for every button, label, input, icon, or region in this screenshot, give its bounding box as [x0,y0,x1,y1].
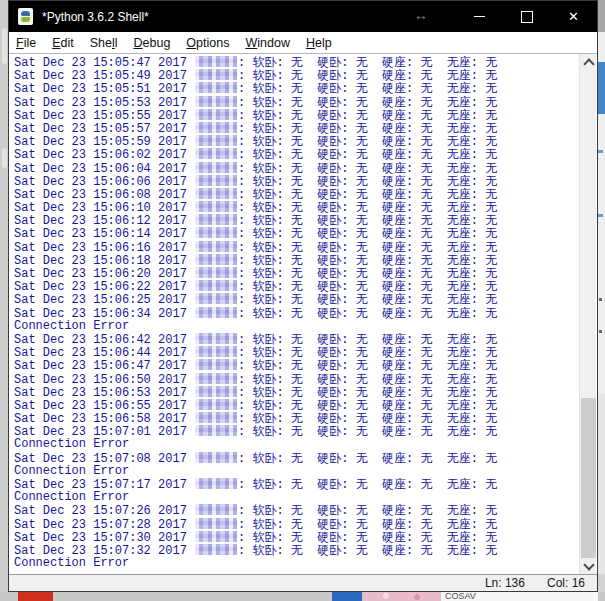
shell-line-connection-error: Connection Error [14,465,580,478]
censored-train-number [195,254,237,265]
timestamp: Sat Dec 23 15:05:53 2017 [14,96,194,110]
minimize-icon [474,16,485,17]
shell-line-query-result: Sat Dec 23 15:06:16 2017 : 软卧: 无 硬卧: 无 硬… [14,241,580,254]
seat-availability-text: : 软卧: 无 硬卧: 无 硬座: 无 无座: 无 [238,227,497,241]
scroll-up-button[interactable] [580,54,597,71]
censored-train-number [195,399,237,410]
censored-train-number [195,373,237,384]
background-left-notch [2,28,7,64]
seat-availability-text: : 软卧: 无 硬卧: 无 硬座: 无 无座: 无 [238,544,497,558]
shell-line-query-result: Sat Dec 23 15:05:47 2017 : 软卧: 无 硬卧: 无 硬… [14,56,580,69]
shell-line-query-result: Sat Dec 23 15:06:22 2017 : 软卧: 无 硬卧: 无 硬… [14,280,580,293]
menu-file[interactable]: File [9,36,44,50]
menu-window[interactable]: Window [237,36,297,50]
timestamp: Sat Dec 23 15:07:26 2017 [14,504,194,518]
shell-line-query-result: Sat Dec 23 15:06:55 2017 : 软卧: 无 硬卧: 无 硬… [14,399,580,412]
shell-line-query-result: Sat Dec 23 15:06:25 2017 : 软卧: 无 硬卧: 无 硬… [14,293,580,306]
background-right-dot [599,330,602,333]
seat-availability-text: : 软卧: 无 硬卧: 无 硬座: 无 无座: 无 [238,452,497,466]
censored-train-number [195,359,237,370]
censored-train-number [195,56,237,67]
seat-availability-text: : 软卧: 无 硬卧: 无 硬座: 无 无座: 无 [238,293,497,307]
censored-train-number [195,267,237,278]
censored-train-number [195,478,237,489]
shell-line-query-result: Sat Dec 23 15:06:18 2017 : 软卧: 无 硬卧: 无 硬… [14,254,580,267]
timestamp: Sat Dec 23 15:07:28 2017 [14,518,194,532]
shell-line-query-result: Sat Dec 23 15:05:51 2017 : 软卧: 无 硬卧: 无 硬… [14,82,580,95]
background-right-dash [598,150,603,153]
shell-line-query-result: Sat Dec 23 15:06:06 2017 : 软卧: 无 硬卧: 无 硬… [14,175,580,188]
shell-line-query-result: Sat Dec 23 15:06:12 2017 : 软卧: 无 硬卧: 无 硬… [14,214,580,227]
close-icon: ✕ [568,10,579,23]
status-bar: Ln: 136 Col: 16 [9,574,597,591]
timestamp: Sat Dec 23 15:06:06 2017 [14,175,194,189]
menu-options[interactable]: Options [178,36,237,50]
background-window-text: COSAV [441,592,598,601]
timestamp: Sat Dec 23 15:07:30 2017 [14,531,194,545]
seat-availability-text: : 软卧: 无 硬卧: 无 硬座: 无 无座: 无 [238,175,497,189]
chevron-up-icon [583,58,594,69]
censored-train-number [195,227,237,238]
background-window-right-edge [598,0,605,601]
idle-app-icon [18,8,33,25]
seat-availability-text: : 软卧: 无 硬卧: 无 硬座: 无 无座: 无 [238,254,497,268]
censored-train-number [195,122,237,133]
seat-availability-text: : 软卧: 无 硬卧: 无 硬座: 无 无座: 无 [238,162,497,176]
censored-train-number [195,504,237,515]
seat-availability-text: : 软卧: 无 硬卧: 无 硬座: 无 无座: 无 [238,386,497,400]
menu-debug[interactable]: Debug [126,36,179,50]
censored-train-number [195,96,237,107]
shell-line-query-result: Sat Dec 23 15:06:44 2017 : 软卧: 无 硬卧: 无 硬… [14,346,580,359]
menu-help[interactable]: Help [298,36,340,50]
timestamp: Sat Dec 23 15:06:53 2017 [14,386,194,400]
shell-line-query-result: Sat Dec 23 15:07:28 2017 : 软卧: 无 硬卧: 无 硬… [14,518,580,531]
censored-train-number [195,162,237,173]
shell-line-query-result: Sat Dec 23 15:05:55 2017 : 软卧: 无 硬卧: 无 硬… [14,109,580,122]
scroll-down-button[interactable] [580,558,597,575]
seat-availability-text: : 软卧: 无 硬卧: 无 硬座: 无 无座: 无 [238,109,497,123]
timestamp: Sat Dec 23 15:06:08 2017 [14,188,194,202]
seat-availability-text: : 软卧: 无 硬卧: 无 硬座: 无 无座: 无 [238,122,497,136]
timestamp: Sat Dec 23 15:06:25 2017 [14,293,194,307]
menu-shell[interactable]: Shell [82,36,126,50]
shell-line-query-result: Sat Dec 23 15:05:53 2017 : 软卧: 无 硬卧: 无 硬… [14,96,580,109]
censored-train-number [195,82,237,93]
timestamp: Sat Dec 23 15:06:04 2017 [14,162,194,176]
shell-line-query-result: Sat Dec 23 15:06:50 2017 : 软卧: 无 硬卧: 无 硬… [14,373,580,386]
censored-train-number [195,135,237,146]
titlebar[interactable]: *Python 3.6.2 Shell* ↔ ✕ [9,1,597,32]
timestamp: Sat Dec 23 15:05:55 2017 [14,109,194,123]
seat-availability-text: : 软卧: 无 硬卧: 无 硬座: 无 无座: 无 [238,56,497,70]
timestamp: Sat Dec 23 15:06:10 2017 [14,201,194,215]
censored-train-number [195,109,237,120]
shell-line-connection-error: Connection Error [14,557,580,570]
timestamp: Sat Dec 23 15:06:47 2017 [14,359,194,373]
background-bottom-strip: COSAV [0,592,605,601]
scrollbar-thumb[interactable] [581,398,596,558]
censored-train-number [195,241,237,252]
background-red-icon [18,592,53,601]
timestamp: Sat Dec 23 15:06:14 2017 [14,227,194,241]
shell-line-query-result: Sat Dec 23 15:06:34 2017 : 软卧: 无 硬卧: 无 硬… [14,307,580,320]
shell-output-area[interactable]: Sat Dec 23 15:05:47 2017 : 软卧: 无 硬卧: 无 硬… [10,54,580,575]
shell-line-query-result: Sat Dec 23 15:06:10 2017 : 软卧: 无 硬卧: 无 硬… [14,201,580,214]
censored-train-number [195,280,237,291]
vertical-scrollbar[interactable] [579,54,596,575]
column-number-indicator: Col: 16 [547,576,585,590]
seat-availability-text: : 软卧: 无 硬卧: 无 硬座: 无 无座: 无 [238,399,497,413]
menu-edit[interactable]: Edit [44,36,82,50]
timestamp: Sat Dec 23 15:06:02 2017 [14,148,194,162]
shell-line-query-result: Sat Dec 23 15:06:14 2017 : 软卧: 无 硬卧: 无 硬… [14,227,580,240]
censored-train-number [195,425,237,436]
censored-train-number [195,148,237,159]
maximize-button[interactable] [503,1,550,32]
shell-line-connection-error: Connection Error [14,438,580,451]
close-button[interactable]: ✕ [550,1,597,32]
seat-availability-text: : 软卧: 无 硬卧: 无 硬座: 无 无座: 无 [238,241,497,255]
censored-train-number [195,346,237,357]
seat-availability-text: : 软卧: 无 硬卧: 无 硬座: 无 无座: 无 [238,531,497,545]
background-right-dash [598,214,603,217]
censored-train-number [195,188,237,199]
minimize-button[interactable] [456,1,503,32]
shell-line-connection-error: Connection Error [14,491,580,504]
